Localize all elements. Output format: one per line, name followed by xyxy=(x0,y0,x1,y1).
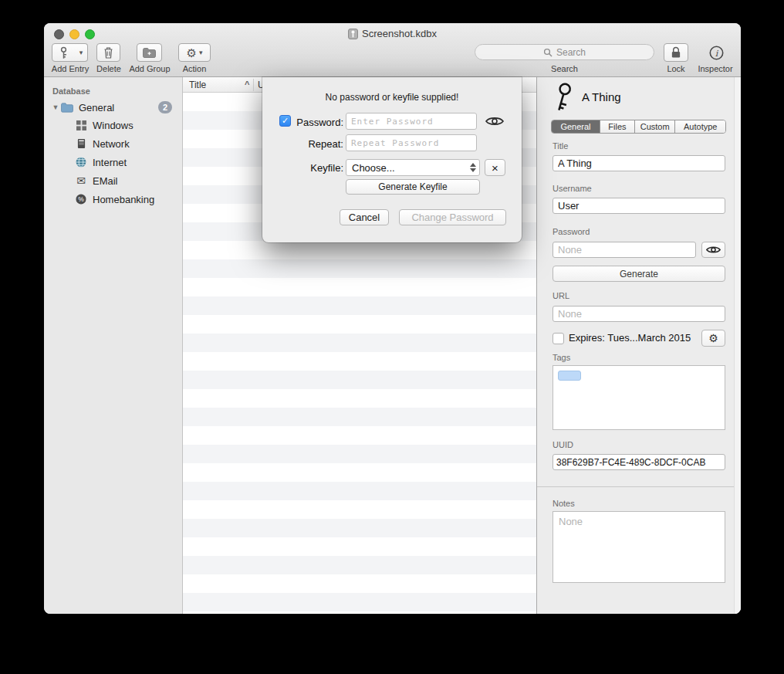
notes-field[interactable] xyxy=(553,511,725,583)
add-entry-dropdown[interactable]: ▾ xyxy=(75,43,88,62)
check-icon: ✓ xyxy=(282,116,289,126)
sort-ascending-icon: ^ xyxy=(245,80,249,89)
change-password-button[interactable]: Change Password xyxy=(399,209,506,225)
reveal-password-button[interactable] xyxy=(701,242,725,258)
inspector-tabs: General Files Custom Autotype xyxy=(551,120,726,134)
sidebar-item-windows[interactable]: Windows xyxy=(44,116,182,134)
generate-password-button[interactable]: Generate xyxy=(553,266,725,282)
key-icon xyxy=(58,46,69,59)
password-field[interactable] xyxy=(553,242,696,258)
password-field-label: Password: xyxy=(294,117,343,128)
repeat-field-label: Repeat: xyxy=(294,138,343,150)
tab-autotype[interactable]: Autotype xyxy=(675,120,725,133)
generate-keyfile-button[interactable]: Generate Keyfile xyxy=(346,179,480,195)
windows-icon xyxy=(75,120,87,130)
entry-key-icon xyxy=(550,82,578,114)
sidebar-item-email[interactable]: ✉ EMail xyxy=(44,171,182,190)
username-field[interactable] xyxy=(553,198,725,214)
gear-icon: ⚙ xyxy=(187,47,197,59)
section-divider xyxy=(537,486,741,487)
uuid-field[interactable] xyxy=(553,454,725,470)
sidebar-item-label: General xyxy=(79,102,114,113)
sheet-message: No password or keyfile supplied! xyxy=(262,92,522,103)
add-group-button[interactable] xyxy=(137,43,162,62)
window-title: Screenshot.kdbx xyxy=(44,28,741,39)
screen-background: Screenshot.kdbx ▾ xyxy=(0,0,784,674)
inspector-panel: A Thing General Files Custom Autotype Ti… xyxy=(536,77,741,614)
expires-settings-button[interactable]: ⚙ xyxy=(701,330,725,347)
password-checkbox[interactable]: ✓ xyxy=(279,115,291,127)
url-field-label: URL xyxy=(553,291,569,300)
expires-checkbox[interactable] xyxy=(553,333,564,344)
gear-icon: ⚙ xyxy=(708,332,718,344)
count-badge: 2 xyxy=(158,101,172,113)
column-header-title[interactable]: Title xyxy=(189,80,206,90)
lock-icon xyxy=(671,46,681,59)
search-label: Search xyxy=(475,64,654,73)
chevron-down-icon: ▾ xyxy=(199,49,203,56)
disclosure-triangle-icon[interactable]: ▼ xyxy=(50,103,61,111)
search-input[interactable]: Search xyxy=(475,44,654,60)
keyfile-select[interactable]: Choose... xyxy=(346,159,480,176)
tab-custom[interactable]: Custom xyxy=(635,120,676,133)
tab-files[interactable]: Files xyxy=(600,120,635,133)
inspector-button[interactable]: i xyxy=(706,43,726,62)
tags-field-label: Tags xyxy=(553,353,570,362)
tag-token[interactable] xyxy=(558,371,581,381)
add-entry-label: Add Entry xyxy=(44,64,96,73)
action-label: Action xyxy=(174,64,215,73)
delete-button[interactable] xyxy=(96,43,120,62)
globe-icon xyxy=(75,157,87,168)
sidebar: Database ▼ General 2 Windows xyxy=(44,77,183,614)
repeat-password-input[interactable] xyxy=(346,134,477,151)
expires-label: Expires: Tues...March 2015 xyxy=(569,332,691,344)
column-divider[interactable] xyxy=(253,79,254,91)
tab-general[interactable]: General xyxy=(552,120,600,133)
username-field-label: Username xyxy=(553,184,592,193)
sidebar-item-network[interactable]: Network xyxy=(44,134,182,153)
eye-icon xyxy=(706,246,721,254)
inspector-scrollbar[interactable] xyxy=(734,77,741,614)
svg-text:i: i xyxy=(715,48,718,58)
lock-button[interactable] xyxy=(664,43,688,62)
sidebar-item-homebanking[interactable]: % Homebanking xyxy=(44,190,182,208)
change-password-sheet: No password or keyfile supplied! ✓ Passw… xyxy=(262,77,522,242)
inspector-label: Inspector xyxy=(691,64,740,73)
sidebar-item-internet[interactable]: Internet xyxy=(44,153,182,171)
clear-icon: × xyxy=(492,161,498,174)
search-placeholder: Search xyxy=(556,47,586,58)
entry-title: A Thing xyxy=(582,90,621,103)
tags-field[interactable] xyxy=(553,365,725,430)
title-field[interactable] xyxy=(553,155,725,171)
cancel-button[interactable]: Cancel xyxy=(340,209,389,225)
chevron-down-icon: ▾ xyxy=(79,49,83,56)
title-field-label: Title xyxy=(553,141,568,151)
reveal-password-button[interactable] xyxy=(484,114,505,128)
percent-coin-icon: % xyxy=(75,194,87,205)
action-button[interactable]: ⚙ ▾ xyxy=(178,43,211,62)
folder-icon xyxy=(61,103,73,113)
add-group-label: Add Group xyxy=(126,64,174,73)
password-input[interactable] xyxy=(346,113,477,130)
info-icon: i xyxy=(709,46,724,60)
svg-text:%: % xyxy=(78,195,84,203)
search-icon xyxy=(543,48,553,57)
add-entry-button[interactable] xyxy=(52,43,76,62)
keyfile-field-label: Keyfile: xyxy=(294,162,343,174)
app-window: Screenshot.kdbx ▾ xyxy=(44,23,741,614)
clear-keyfile-button[interactable]: × xyxy=(485,159,505,176)
window-title-text: Screenshot.kdbx xyxy=(362,28,437,39)
sidebar-item-label: Network xyxy=(93,138,130,150)
delete-label: Delete xyxy=(92,64,126,73)
sidebar-item-general[interactable]: ▼ General 2 xyxy=(44,98,182,117)
sidebar-section-header: Database xyxy=(52,86,90,96)
trash-icon xyxy=(103,46,114,59)
document-icon xyxy=(348,29,358,39)
envelope-icon: ✉ xyxy=(75,175,87,186)
url-field[interactable] xyxy=(553,306,725,322)
sidebar-item-label: Windows xyxy=(93,120,133,131)
stepper-arrows-icon xyxy=(470,163,476,172)
password-field-label: Password xyxy=(553,227,590,236)
keyfile-selected-value: Choose... xyxy=(352,162,395,174)
eye-icon xyxy=(485,116,504,127)
